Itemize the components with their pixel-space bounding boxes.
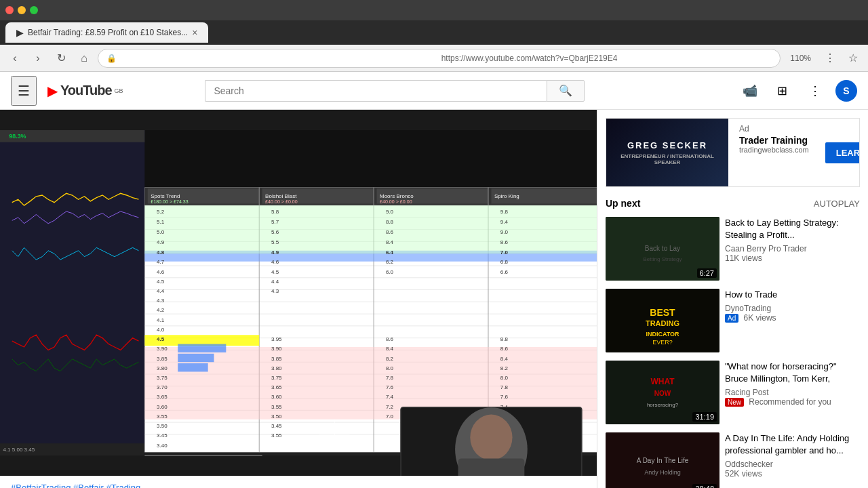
svg-text:4.5: 4.5 (271, 269, 279, 275)
svg-text:3.70: 3.70 (157, 384, 167, 390)
svg-text:3.90: 3.90 (157, 346, 167, 352)
svg-text:Bolshoi Blast: Bolshoi Blast (265, 193, 297, 199)
search-bar: 🔍 (205, 80, 585, 102)
svg-text:7.6: 7.6 (386, 384, 394, 390)
bookmark-button[interactable]: ☆ (844, 49, 863, 68)
menu-button[interactable]: ☰ (11, 76, 37, 106)
svg-text:8.6: 8.6 (500, 346, 509, 352)
svg-text:£40.00 > £0.00: £40.00 > £0.00 (380, 199, 412, 205)
svg-text:5.5: 5.5 (271, 239, 279, 245)
extensions-button[interactable]: ⋮ (821, 49, 840, 68)
svg-text:6.8: 6.8 (500, 259, 509, 265)
svg-text:5.2: 5.2 (157, 209, 165, 215)
svg-text:8.6: 8.6 (386, 229, 394, 235)
rec-info-2: How to Trade DynoTrading Ad 6K views (725, 289, 860, 352)
svg-rect-82 (178, 363, 208, 371)
rec-card-1[interactable]: Back to Lay Betting Strategy 6:27 Back t… (606, 217, 860, 281)
rec-channel-2: DynoTrading (725, 304, 860, 313)
svg-text:3.80: 3.80 (157, 365, 167, 371)
apps-button[interactable]: ⊞ (770, 79, 795, 103)
svg-text:9.0: 9.0 (500, 229, 509, 235)
more-button[interactable]: ⋮ (803, 79, 827, 103)
svg-text:8.2: 8.2 (386, 356, 394, 362)
address-bar[interactable]: 🔒 https://www.youtube.com/watch?v=QbarjE… (98, 49, 781, 68)
search-button[interactable]: 🔍 (547, 80, 585, 102)
svg-text:8.4: 8.4 (386, 239, 394, 245)
video-camera-button[interactable]: 📹 (738, 79, 762, 103)
rec-title-2: How to Trade (725, 289, 860, 301)
tab-favicon: ▶ (16, 27, 24, 38)
youtube-logo-region: GB (115, 87, 123, 94)
rec-info-3: "What now for horseracing?" Bruce Millin… (725, 361, 860, 424)
maximize-dot[interactable] (30, 6, 38, 14)
svg-text:Spiro King: Spiro King (494, 193, 519, 199)
url-text: https://www.youtube.com/watch?v=QbarjE21… (441, 54, 772, 63)
svg-text:3.55: 3.55 (271, 432, 282, 439)
ad-website: tradingwebclass.com (739, 146, 809, 154)
user-avatar[interactable]: S (835, 80, 857, 102)
svg-rect-81 (178, 354, 214, 362)
svg-text:4.2: 4.2 (157, 307, 165, 313)
svg-text:4.1   5.00  3.45: 4.1 5.00 3.45 (3, 447, 35, 453)
learn-button[interactable]: LEARN (825, 142, 860, 163)
svg-text:A Day In The Life: A Day In The Life (637, 457, 689, 464)
home-button[interactable]: ⌂ (75, 49, 94, 68)
svg-text:9.8: 9.8 (500, 209, 509, 215)
svg-text:£180.00 > £74.33: £180.00 > £74.33 (151, 199, 189, 205)
ad-linked-channel[interactable]: Trader Training (739, 135, 809, 146)
ad-image: GREG SECKER ENTREPRENEUR / INTERNATIONAL… (606, 119, 728, 186)
forward-button[interactable]: › (28, 49, 47, 68)
svg-text:7.8: 7.8 (500, 384, 509, 390)
svg-text:3.95: 3.95 (271, 336, 282, 342)
svg-text:3.85: 3.85 (157, 356, 167, 362)
tab-close-icon[interactable]: × (192, 27, 197, 38)
video-section: 98.3% 4.1 5.00 3.45 (0, 110, 597, 488)
browser-chrome (0, 0, 868, 20)
svg-text:6.0: 6.0 (386, 269, 394, 275)
main-content: 98.3% 4.1 5.00 3.45 (0, 110, 868, 488)
rec-duration-4: 28:48 (692, 484, 717, 488)
rec-duration-1: 6:27 (697, 268, 717, 278)
svg-text:5.8: 5.8 (271, 209, 279, 215)
rec-card-2[interactable]: BEST TRADING INDICATOR EVER? How to Trad… (606, 289, 860, 352)
rec-card-3[interactable]: WHAT NOW horseracing? 31:19 "What now fo… (606, 361, 860, 424)
trading-chart-svg: 98.3% 4.1 5.00 3.45 (0, 110, 597, 476)
refresh-button[interactable]: ↻ (52, 49, 71, 68)
video-player[interactable]: 98.3% 4.1 5.00 3.45 (0, 110, 597, 476)
svg-text:8.6: 8.6 (500, 239, 509, 245)
ad-card: GREG SECKER ENTREPRENEUR / INTERNATIONAL… (606, 118, 860, 187)
svg-text:Moors Bronco: Moors Bronco (380, 193, 414, 199)
close-dot[interactable] (5, 6, 14, 14)
svg-text:6.4: 6.4 (386, 249, 394, 256)
up-next-label: Up next (606, 198, 640, 209)
svg-text:7.0: 7.0 (386, 413, 394, 420)
rec-thumbnail-3: WHAT NOW horseracing? 31:19 (606, 361, 719, 424)
rec-info-4: A Day In The Life: Andy Holding professi… (725, 432, 860, 488)
video-tags[interactable]: #BetfairTrading #Betfair #Trading (11, 483, 586, 488)
svg-text:4.4: 4.4 (271, 279, 279, 285)
lock-icon: 🔒 (106, 54, 437, 63)
ad-thumbnail: GREG SECKER ENTREPRENEUR / INTERNATIONAL… (606, 119, 728, 186)
minimize-dot[interactable] (18, 6, 26, 14)
svg-text:7.8: 7.8 (386, 375, 394, 381)
svg-text:8.8: 8.8 (386, 219, 394, 225)
svg-text:8.6: 8.6 (386, 336, 394, 342)
rec-duration-3: 31:19 (692, 412, 717, 422)
svg-text:WHAT: WHAT (650, 377, 675, 386)
svg-text:7.0: 7.0 (500, 249, 509, 256)
svg-text:3.55: 3.55 (271, 404, 282, 410)
svg-text:3.85: 3.85 (271, 356, 282, 362)
active-tab[interactable]: ▶ Betfair Trading: £8.59 Profit on £10 S… (5, 22, 208, 43)
youtube-logo[interactable]: ▶ YouTube GB (47, 83, 123, 99)
svg-text:8.8: 8.8 (500, 336, 509, 342)
svg-text:8.0: 8.0 (500, 375, 509, 381)
back-button[interactable]: ‹ (5, 49, 24, 68)
rec-card-4[interactable]: A Day In The Life Andy Holding 28:48 A D… (606, 432, 860, 488)
svg-text:3.50: 3.50 (271, 413, 282, 420)
autoplay-label: AUTOPLAY (814, 199, 860, 209)
search-input[interactable] (205, 80, 547, 102)
svg-text:NOW: NOW (654, 390, 671, 397)
rec-info-1: Back to Lay Betting Strategy: Stealing a… (725, 217, 860, 281)
svg-text:3.90: 3.90 (271, 346, 282, 352)
rec-thumbnail-1: Back to Lay Betting Strategy 6:27 (606, 217, 719, 281)
